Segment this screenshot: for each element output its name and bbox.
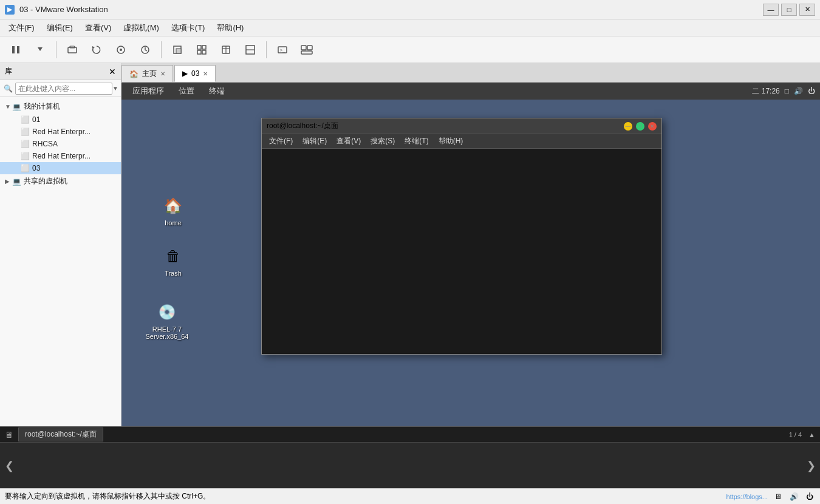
gnome-terminal-button[interactable]: 终端 [203, 84, 231, 98]
unity-button[interactable] [191, 39, 213, 60]
search-dropdown-icon[interactable]: ▼ [112, 85, 118, 92]
svg-rect-24 [301, 51, 312, 54]
console-button[interactable]: >_ [272, 39, 293, 60]
gnome-bar: 应用程序 位置 终端 二 17:26 □ 🔊 ⏻ [121, 83, 820, 100]
pause-button[interactable] [5, 39, 27, 60]
taskbar-active-vm-label[interactable]: root@localhost:~/桌面 [18, 427, 103, 441]
tab-close-button[interactable]: ✕ [203, 70, 208, 77]
minimize-button[interactable]: — [763, 4, 779, 16]
sidebar-title: 库 [5, 66, 12, 77]
close-button[interactable]: ✕ [799, 4, 815, 16]
svg-rect-23 [307, 46, 312, 50]
status-message: 要将输入定向到该虚拟机，请将鼠标指针移入其中或按 Ctrl+G。 [5, 491, 210, 502]
menu-item-编辑E[interactable]: 编辑(E) [41, 20, 79, 36]
search-icon: 🔍 [4, 84, 13, 93]
tab-close-button[interactable]: ✕ [160, 70, 165, 77]
desktop-icon-home[interactable]: 🏠 home [152, 194, 194, 226]
sidebar-tree-item[interactable]: ▼💻我的计算机 [0, 100, 121, 114]
terminal-menu-item[interactable]: 查看(V) [333, 135, 364, 148]
terminal-menu-item[interactable]: 搜索(S) [367, 135, 398, 148]
tab-主页[interactable]: 🏠主页✕ [121, 65, 173, 82]
taskbar-screen-icon: 🖥 [5, 430, 13, 440]
svg-rect-22 [301, 46, 306, 50]
taskbar: 🖥 root@localhost:~/桌面 1 / 4 ▲ ❮ ❯ [0, 426, 820, 488]
send-ctrl-alt-del-button[interactable] [61, 39, 83, 60]
terminal-menu-item[interactable]: 帮助(H) [435, 135, 467, 148]
taskbar-scroll-left-icon[interactable]: ❮ [5, 459, 14, 472]
tree-item-icon: ⬜ [21, 140, 30, 148]
menu-item-文件F[interactable]: 文件(F) [2, 20, 41, 36]
menu-item-查看V[interactable]: 查看(V) [79, 20, 117, 36]
reset-vm-button[interactable] [86, 39, 108, 60]
tree-item-icon: ⬜ [21, 164, 30, 172]
gnome-power-icon[interactable]: ⏻ [808, 87, 815, 95]
status-bar-right: https://blogs... 🖥 🔊 ⏻ [726, 491, 815, 502]
trash-label: Trash [165, 270, 182, 277]
terminal-close-button[interactable]: ✕ [648, 122, 657, 131]
statusbar-url: https://blogs... [726, 493, 768, 500]
gnome-screen-icon[interactable]: □ [785, 87, 789, 95]
menu-item-选项卡T[interactable]: 选项卡(T) [165, 20, 211, 36]
toolbar-separator-2 [161, 41, 162, 58]
svg-rect-14 [202, 50, 206, 54]
view-button[interactable] [296, 39, 318, 60]
menu-item-虚拟机M[interactable]: 虚拟机(M) [117, 20, 165, 36]
taskbar-thumbnails [18, 463, 802, 468]
desktop-icon-rhel[interactable]: 💿 RHEL-7.7 Server.x86_64 [146, 300, 188, 340]
tree-item-label: 我的计算机 [24, 101, 60, 112]
svg-point-7 [120, 49, 122, 51]
vm-settings-button[interactable] [215, 39, 237, 60]
network-status-icon: 🖥 [773, 491, 784, 502]
fullscreen-button[interactable] [166, 39, 188, 60]
pause-dropdown-button[interactable] [29, 39, 51, 60]
toggle-button[interactable] [239, 39, 261, 60]
svg-rect-1 [17, 46, 19, 53]
search-input[interactable] [15, 83, 112, 95]
tree-item-icon: ⬜ [21, 152, 30, 160]
snapshot-button[interactable] [110, 39, 132, 60]
taskbar-expand-icon[interactable]: ▲ [808, 431, 815, 438]
terminal-minimize-button[interactable]: — [624, 122, 632, 131]
sidebar-tree-item[interactable]: ⬜03 [0, 162, 121, 174]
tree-item-icon: 💻 [12, 103, 21, 111]
tab-icon: 🏠 [129, 70, 138, 78]
svg-rect-10 [176, 49, 181, 53]
snapshot2-button[interactable] [134, 39, 156, 60]
taskbar-scroll-right-icon[interactable]: ❯ [807, 459, 816, 472]
svg-text:>_: >_ [280, 48, 285, 53]
tab-label: 主页 [142, 69, 157, 79]
sidebar-tree-item[interactable]: ⬜Red Hat Enterpr... [0, 126, 121, 138]
terminal-maximize-button[interactable]: □ [636, 122, 644, 131]
content-area: 🏠主页✕▶03✕ 应用程序 位置 终端 二 17:26 □ 🔊 ⏻ 🏠 home [121, 63, 820, 426]
svg-rect-13 [197, 50, 201, 54]
tab-03[interactable]: ▶03✕ [174, 65, 216, 82]
maximize-button[interactable]: □ [781, 4, 797, 16]
sidebar-search-bar: 🔍 ▼ [0, 80, 121, 97]
tree-item-label: Red Hat Enterpr... [32, 128, 91, 136]
sidebar-tree-item[interactable]: ⬜Red Hat Enterpr... [0, 150, 121, 162]
status-bar: 要将输入定向到该虚拟机，请将鼠标指针移入其中或按 Ctrl+G。 https:/… [0, 488, 820, 504]
home-label: home [165, 219, 182, 226]
gnome-apps-button[interactable]: 应用程序 [126, 84, 170, 98]
sidebar-tree-item[interactable]: ⬜01 [0, 114, 121, 126]
tree-item-label: Red Hat Enterpr... [32, 152, 91, 160]
power-status-icon: ⏻ [804, 491, 815, 502]
sidebar-tree-item[interactable]: ⬜RHCSA [0, 138, 121, 150]
title-bar: ▶ 03 - VMware Workstation — □ ✕ [0, 0, 820, 19]
terminal-menu-bar: 文件(F)编辑(E)查看(V)搜索(S)终端(T)帮助(H) [262, 134, 661, 149]
gnome-places-button[interactable]: 位置 [173, 84, 200, 98]
menu-item-帮助H[interactable]: 帮助(H) [211, 20, 250, 36]
sidebar-header: 库 ✕ [0, 63, 121, 80]
desktop-icon-trash[interactable]: 🗑 Trash [152, 244, 194, 277]
terminal-menu-item[interactable]: 编辑(E) [299, 135, 330, 148]
terminal-menu-item[interactable]: 文件(F) [265, 135, 296, 148]
sidebar-close-icon[interactable]: ✕ [109, 67, 116, 77]
gnome-volume-icon[interactable]: 🔊 [794, 87, 803, 95]
sidebar-tree-item[interactable]: ▶💻共享的虚拟机 [0, 174, 121, 188]
terminal-menu-item[interactable]: 终端(T) [401, 135, 432, 148]
rhel-label: RHEL-7.7 Server.x86_64 [146, 325, 189, 340]
terminal-body[interactable] [262, 149, 661, 354]
tree-item-label: RHCSA [32, 140, 58, 148]
taskbar-page: 1 / 4 [789, 431, 802, 438]
trash-icon: 🗑 [161, 244, 185, 268]
